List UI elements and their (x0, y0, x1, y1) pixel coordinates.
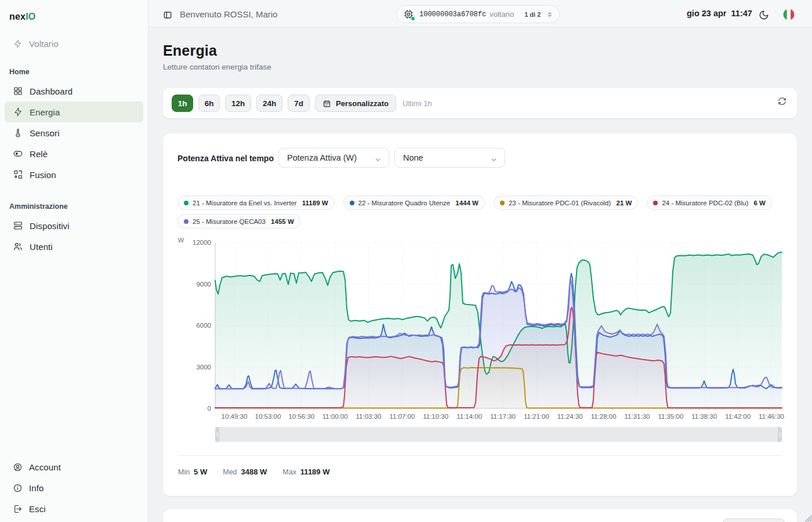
svg-text:11:38:30: 11:38:30 (691, 413, 717, 420)
svg-text:11:00:00: 11:00:00 (322, 413, 348, 420)
svg-text:10:53:00: 10:53:00 (255, 413, 281, 420)
svg-text:11:07:00: 11:07:00 (389, 413, 415, 420)
svg-text:6000: 6000 (196, 322, 211, 329)
svg-text:12000: 12000 (193, 239, 211, 246)
svg-text:9000: 9000 (196, 281, 211, 288)
svg-text:11:42:00: 11:42:00 (725, 413, 751, 420)
svg-text:11:14:00: 11:14:00 (456, 413, 482, 420)
svg-text:11:03:30: 11:03:30 (356, 413, 382, 420)
svg-text:W: W (178, 237, 184, 244)
svg-text:11:24:30: 11:24:30 (557, 413, 583, 420)
svg-text:3000: 3000 (196, 364, 211, 371)
svg-text:11:46:30: 11:46:30 (759, 413, 784, 420)
svg-text:11:28:00: 11:28:00 (591, 413, 617, 420)
svg-text:11:31:30: 11:31:30 (625, 413, 650, 420)
svg-text:10:56:30: 10:56:30 (288, 413, 314, 420)
svg-text:11:17:30: 11:17:30 (490, 413, 516, 420)
svg-text:11:10:30: 11:10:30 (423, 413, 448, 420)
svg-text:0: 0 (208, 405, 211, 412)
svg-text:10:49:30: 10:49:30 (222, 413, 248, 420)
svg-text:11:21:00: 11:21:00 (524, 413, 549, 420)
svg-text:11:35:00: 11:35:00 (658, 413, 683, 420)
